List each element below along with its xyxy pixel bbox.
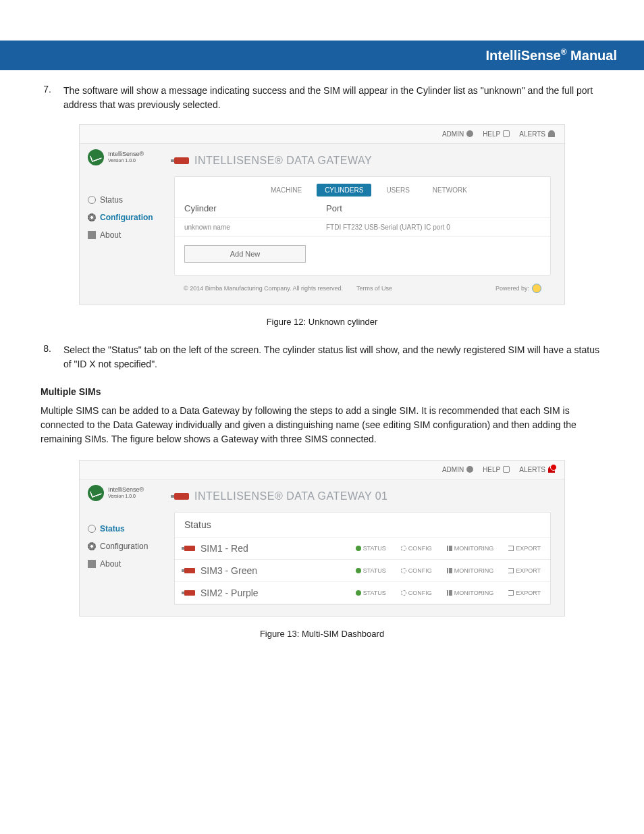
status-row-sim1[interactable]: SIM1 - Red STATUS CONFIG MONITORING EXPO… xyxy=(175,538,550,560)
logo-icon xyxy=(88,149,104,165)
gear-icon xyxy=(88,213,96,221)
shot2-title: INTELLISENSE® DATA GATEWAY 01 xyxy=(174,490,551,502)
action-status[interactable]: STATUS xyxy=(356,545,386,552)
status-dot-icon xyxy=(356,568,361,573)
help-icon xyxy=(503,130,510,137)
about-icon xyxy=(88,231,96,239)
status-row-sim2[interactable]: SIM2 - Purple STATUS CONFIG MONITORING E… xyxy=(175,582,550,604)
status-dot-icon xyxy=(356,590,361,596)
clock-icon xyxy=(88,525,96,533)
action-monitoring[interactable]: MONITORING xyxy=(447,590,493,596)
shot2-sidebar: IntelliSense® Version 1.0.0 Status Confi… xyxy=(80,479,174,616)
step-8-text: Select the "Status" tab on the left of t… xyxy=(63,343,603,371)
action-config[interactable]: CONFIG xyxy=(401,567,432,574)
logo-icon xyxy=(88,485,104,501)
monitoring-bars-icon xyxy=(447,590,452,596)
tab-users[interactable]: USERS xyxy=(378,184,417,197)
footer-copyright: © 2014 Bimba Manufacturing Company. All … xyxy=(184,285,343,292)
sim2-name: SIM2 - Purple xyxy=(200,588,259,598)
col-port: Port xyxy=(326,203,342,213)
step-7: 7. The software will show a message indi… xyxy=(41,84,603,112)
shot1-logo: IntelliSense® Version 1.0.0 xyxy=(88,149,174,165)
shot2-help[interactable]: HELP xyxy=(483,466,510,473)
action-export[interactable]: EXPORT xyxy=(508,545,541,552)
figure-12-screenshot: ADMIN HELP ALERTS IntelliSense® Version … xyxy=(79,124,565,305)
shot1-logo-name: IntelliSense® xyxy=(108,151,144,158)
sidebar-item-status[interactable]: Status xyxy=(88,191,174,209)
gear-icon xyxy=(88,542,96,550)
action-config[interactable]: CONFIG xyxy=(401,590,432,596)
header-title-post: Manual xyxy=(567,48,617,63)
tab-machine[interactable]: MACHINE xyxy=(263,184,310,197)
export-icon xyxy=(508,568,514,573)
clock-icon xyxy=(88,196,96,204)
shot2-alerts[interactable]: ALERTS xyxy=(519,466,555,473)
help-icon xyxy=(503,466,510,473)
action-status[interactable]: STATUS xyxy=(356,590,386,596)
figure-13-caption: Figure 13: Multi-SIM Dashboard xyxy=(41,629,603,639)
col-cylinder: Cylinder xyxy=(184,203,326,213)
bimba-icon xyxy=(532,284,541,293)
monitoring-bars-icon xyxy=(447,568,452,573)
export-icon xyxy=(508,590,514,596)
action-export[interactable]: EXPORT xyxy=(508,590,541,596)
status-row-sim3[interactable]: SIM3 - Green STATUS CONFIG MONITORING EX… xyxy=(175,560,550,582)
shot1-table-header: Cylinder Port xyxy=(175,197,550,218)
status-card-header: Status xyxy=(175,513,550,538)
table-row[interactable]: unknown name FTDI FT232 USB-Serial (UART… xyxy=(175,218,550,237)
figure-13-screenshot: ADMIN HELP ALERTS IntelliSense® Version … xyxy=(79,460,565,617)
shot1-sidebar: IntelliSense® Version 1.0.0 Status Confi… xyxy=(80,144,174,304)
action-config[interactable]: CONFIG xyxy=(401,545,432,552)
shot1-title: INTELLISENSE® DATA GATEWAY xyxy=(174,155,551,167)
action-status[interactable]: STATUS xyxy=(356,567,386,574)
shot1-logo-ver: Version 1.0.0 xyxy=(108,158,144,163)
sidebar-item-about[interactable]: About xyxy=(88,555,174,573)
config-gear-icon xyxy=(401,568,406,573)
action-monitoring[interactable]: MONITORING xyxy=(447,567,493,574)
shot1-help[interactable]: HELP xyxy=(483,130,510,138)
cell-cylinder-name: unknown name xyxy=(184,224,326,231)
sidebar-item-configuration[interactable]: Configuration xyxy=(88,538,174,555)
shot1-topbar: ADMIN HELP ALERTS xyxy=(80,125,564,144)
shot2-admin[interactable]: ADMIN xyxy=(442,466,473,473)
header-title-pre: IntelliSense xyxy=(486,48,561,63)
export-icon xyxy=(508,546,514,551)
header-title-sup: ® xyxy=(561,47,567,57)
footer-terms[interactable]: Terms of Use xyxy=(356,285,392,292)
cylinder-icon xyxy=(174,493,189,500)
sim-icon xyxy=(184,546,195,551)
monitoring-bars-icon xyxy=(447,546,452,551)
tab-network[interactable]: NETWORK xyxy=(425,184,475,197)
config-gear-icon xyxy=(401,590,406,596)
footer-powered-by: Powered by: xyxy=(495,285,529,292)
shot2-logo-name: IntelliSense® xyxy=(108,487,144,494)
shot2-logo-ver: Version 1.0.0 xyxy=(108,494,144,499)
figure-12-caption: Figure 12: Unknown cylinder xyxy=(41,317,603,327)
shot1-admin[interactable]: ADMIN xyxy=(442,130,473,138)
shot2-logo: IntelliSense® Version 1.0.0 xyxy=(88,485,174,501)
bell-icon xyxy=(548,130,555,137)
shot1-alerts[interactable]: ALERTS xyxy=(519,130,555,138)
sidebar-item-status[interactable]: Status xyxy=(88,520,174,538)
bell-alert-icon xyxy=(548,466,555,473)
sim1-name: SIM1 - Red xyxy=(200,543,248,554)
step-8-num: 8. xyxy=(41,343,61,354)
tab-cylinders[interactable]: CYLINDERS xyxy=(317,184,371,197)
sidebar-item-about[interactable]: About xyxy=(88,226,174,244)
multiple-sims-paragraph: Multiple SIMS can be added to a Data Gat… xyxy=(41,404,603,446)
step-7-text: The software will show a message indicat… xyxy=(63,84,603,112)
add-new-button[interactable]: Add New xyxy=(184,245,306,263)
step-8: 8. Select the "Status" tab on the left o… xyxy=(41,343,603,371)
action-export[interactable]: EXPORT xyxy=(508,567,541,574)
doc-header: IntelliSense® Manual xyxy=(0,41,644,70)
sidebar-item-configuration[interactable]: Configuration xyxy=(88,209,174,226)
multiple-sims-heading: Multiple SIMs xyxy=(41,386,603,397)
cylinder-icon xyxy=(174,157,189,164)
sim3-name: SIM3 - Green xyxy=(200,565,257,576)
status-dot-icon xyxy=(356,546,361,551)
sim-icon xyxy=(184,568,195,573)
step-7-num: 7. xyxy=(41,84,61,95)
action-monitoring[interactable]: MONITORING xyxy=(447,545,493,552)
user-icon xyxy=(466,130,473,137)
shot1-tabs: MACHINE CYLINDERS USERS NETWORK xyxy=(175,177,550,197)
